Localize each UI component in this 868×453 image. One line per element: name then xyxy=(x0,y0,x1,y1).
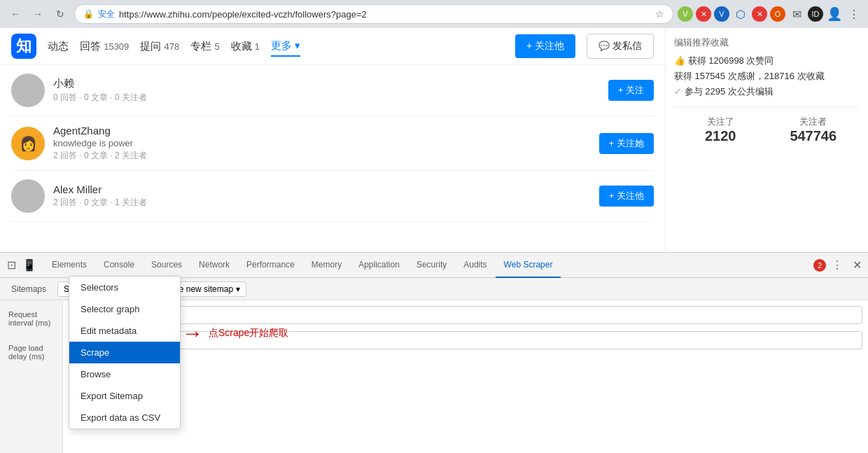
tab-network[interactable]: Network xyxy=(190,253,238,278)
user-name: AgentZhang xyxy=(53,125,591,137)
error-count-badge: 2 xyxy=(813,259,826,272)
follow-stats: 关注了 2120 关注者 547746 xyxy=(674,106,860,144)
followers-stat: 关注者 547746 xyxy=(767,116,860,144)
user-stats: 2 回答 · 0 文章 · 1 关注者 xyxy=(53,197,591,209)
user-info: 小赖 0 回答 · 0 文章 · 0 关注者 xyxy=(53,77,600,104)
main-content: 知 动态 回答 15309 提问 478 专栏 5 收藏 1 更多 ▾ + 关注… xyxy=(0,28,665,252)
extension-icon-3[interactable]: V xyxy=(714,6,729,22)
devtools-controls: 2 ⋮ ✕ xyxy=(813,257,865,274)
sitemap-context-menu: Selectors Selector graph Edit metadata S… xyxy=(69,276,181,429)
extension-icon-7[interactable]: ✉ xyxy=(788,6,805,22)
arrow-icon: → xyxy=(182,321,203,345)
zhihu-nav: 知 动态 回答 15309 提问 478 专栏 5 收藏 1 更多 ▾ + 关注… xyxy=(0,28,665,65)
avatar xyxy=(11,74,45,107)
chevron-down-icon: ▾ xyxy=(236,284,240,294)
devtools-close-button[interactable]: ✕ xyxy=(848,257,865,274)
annotation-arrow: → 点Scrape开始爬取 xyxy=(182,321,288,345)
menu-item-export-csv[interactable]: Export data as CSV xyxy=(69,407,180,428)
inspect-element-tool[interactable]: ⊡ xyxy=(3,257,20,274)
nav-item-questions[interactable]: 提问 478 xyxy=(140,37,179,56)
user-stats: 2 回答 · 0 文章 · 2 关注者 xyxy=(53,150,591,162)
devtools-toolbar: ⊡ 📱 Elements Console Sources Network Per… xyxy=(0,253,868,278)
devtools-tools: ⊡ 📱 xyxy=(3,257,38,274)
page-load-delay-label: Page load delay (ms) xyxy=(0,340,62,362)
nav-item-answers[interactable]: 回答 15309 xyxy=(80,37,129,56)
sidebar-stat-edits: ✓ 参与 2295 次公共编辑 xyxy=(674,85,860,98)
nav-item-activity[interactable]: 动态 xyxy=(48,37,69,56)
sidebar-stat-thanks: 获得 157545 次感谢，218716 次收藏 xyxy=(674,70,860,83)
tab-console[interactable]: Console xyxy=(95,253,143,278)
following-count: 2120 xyxy=(674,128,767,144)
followers-label: 关注者 xyxy=(767,116,860,128)
menu-item-browse[interactable]: Browse xyxy=(69,363,180,385)
nav-item-more[interactable]: 更多 ▾ xyxy=(271,36,300,57)
menu-item-selectors[interactable]: Selectors xyxy=(69,277,180,298)
sidebar-recommended: 编辑推荐收藏 👍 获得 1206998 次赞同 获得 157545 次感谢，21… xyxy=(674,36,860,98)
tab-performance[interactable]: Performance xyxy=(238,253,303,278)
bookmark-icon[interactable]: ☆ xyxy=(655,8,664,20)
sidebar-title: 编辑推荐收藏 xyxy=(674,36,860,49)
list-item: 小赖 0 回答 · 0 文章 · 0 关注者 + 关注 xyxy=(11,65,654,116)
refresh-button[interactable]: ↻ xyxy=(50,4,70,24)
avatar: 👩 xyxy=(11,127,45,160)
address-bar: ← → ↻ 🔒 安全 https://www.zhihu.com/people/… xyxy=(0,0,868,28)
user-info: Alex Miller 2 回答 · 0 文章 · 1 关注者 xyxy=(53,183,591,209)
extension-icon-1[interactable]: V xyxy=(678,6,693,22)
page-content: 知 动态 回答 15309 提问 478 专栏 5 收藏 1 更多 ▾ + 关注… xyxy=(0,28,868,252)
sitemaps-tab[interactable]: Sitemaps xyxy=(6,284,52,294)
user-list: 小赖 0 回答 · 0 文章 · 0 关注者 + 关注 👩 AgentZhang… xyxy=(0,65,665,222)
extension-icon-4[interactable]: ⬡ xyxy=(732,6,749,22)
menu-item-export-sitemap[interactable]: Export Sitemap xyxy=(69,385,180,407)
menu-item-edit-metadata[interactable]: Edit metadata xyxy=(69,320,180,342)
menu-icon[interactable]: ⋮ xyxy=(846,6,862,22)
browser-chrome: ← → ↻ 🔒 安全 https://www.zhihu.com/people/… xyxy=(0,0,868,28)
nav-buttons: ← → ↻ xyxy=(6,4,70,24)
user-desc: knowledge is power xyxy=(53,138,591,148)
tab-memory[interactable]: Memory xyxy=(303,253,350,278)
back-button[interactable]: ← xyxy=(6,4,25,24)
user-name: 小赖 xyxy=(53,77,600,90)
lock-icon: 🔒 xyxy=(83,9,94,19)
sidebar-stat-likes: 👍 获得 1206998 次赞同 xyxy=(674,55,860,67)
request-interval-label: Request interval (ms) xyxy=(0,306,62,328)
menu-item-selector-graph[interactable]: Selector graph xyxy=(69,298,180,320)
url-bar[interactable]: 🔒 安全 https://www.zhihu.com/people/excite… xyxy=(74,4,673,24)
nav-item-columns[interactable]: 专栏 5 xyxy=(190,37,219,56)
user-name: Alex Miller xyxy=(53,183,591,195)
extension-icon-2[interactable]: ✕ xyxy=(696,6,711,22)
user-info: AgentZhang knowledge is power 2 回答 · 0 文… xyxy=(53,125,591,162)
follow-button[interactable]: + 关注他 xyxy=(515,34,575,58)
zhihu-logo: 知 xyxy=(11,34,36,59)
tab-sources[interactable]: Sources xyxy=(143,253,190,278)
followers-count: 547746 xyxy=(767,128,860,144)
menu-item-scrape[interactable]: Scrape xyxy=(69,342,180,363)
message-button[interactable]: 💬 发私信 xyxy=(587,34,654,59)
extension-icon-8[interactable]: ID xyxy=(808,6,823,22)
user-stats: 0 回答 · 0 文章 · 0 关注者 xyxy=(53,92,600,104)
devtools-more-button[interactable]: ⋮ xyxy=(829,257,846,274)
follow-user-button[interactable]: + 关注她 xyxy=(599,133,654,154)
tab-elements[interactable]: Elements xyxy=(43,253,95,278)
tab-security[interactable]: Security xyxy=(408,253,455,278)
annotation-text: 点Scrape开始爬取 xyxy=(209,327,288,340)
forward-button[interactable]: → xyxy=(28,4,48,24)
avatar xyxy=(11,179,45,213)
list-item: Alex Miller 2 回答 · 0 文章 · 1 关注者 + 关注他 xyxy=(11,171,654,222)
scraper-sidebar: Request interval (ms) Page load delay (m… xyxy=(0,300,63,453)
extension-icon-9[interactable]: 👤 xyxy=(826,6,843,22)
nav-item-favorites[interactable]: 收藏 1 xyxy=(231,37,260,56)
security-label: 安全 xyxy=(98,8,115,20)
right-sidebar: 编辑推荐收藏 👍 获得 1206998 次赞同 获得 157545 次感谢，21… xyxy=(665,28,868,252)
tab-web-scraper[interactable]: Web Scraper xyxy=(496,253,561,278)
tab-audits[interactable]: Audits xyxy=(455,253,495,278)
following-label: 关注了 xyxy=(674,116,767,128)
list-item: 👩 AgentZhang knowledge is power 2 回答 · 0… xyxy=(11,116,654,171)
extension-icon-6[interactable]: O xyxy=(770,6,785,22)
toolbar-icons: V ✕ V ⬡ ✕ O ✉ ID 👤 ⋮ xyxy=(678,6,862,22)
following-stat: 关注了 2120 xyxy=(674,116,767,144)
tab-application[interactable]: Application xyxy=(350,253,408,278)
device-toolbar-tool[interactable]: 📱 xyxy=(21,257,38,274)
extension-icon-5[interactable]: ✕ xyxy=(752,6,767,22)
follow-user-button[interactable]: + 关注 xyxy=(608,80,654,101)
follow-user-button[interactable]: + 关注他 xyxy=(599,186,654,207)
